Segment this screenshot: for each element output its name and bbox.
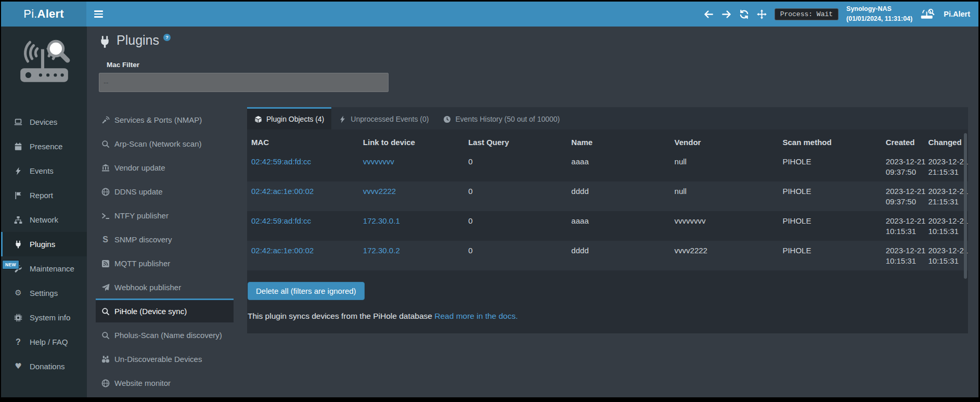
created-cell: 2023-12-2109:37:50 <box>882 152 924 181</box>
plugin-nav-item-vendor-update[interactable]: Vendor update <box>96 155 234 179</box>
plugin-nav-item-ddns[interactable]: DDNS update <box>96 179 234 203</box>
sidebar-item-events[interactable]: Events <box>1 159 87 183</box>
binoculars-icon <box>101 355 110 364</box>
col-header-created: Created <box>882 129 924 152</box>
scan-method-cell: PIHOLE <box>778 181 881 211</box>
plugin-nav-item-website-monitor[interactable]: Website monitor <box>96 370 234 394</box>
back-arrow-icon[interactable] <box>704 9 714 19</box>
plugin-nav-item-mqtt[interactable]: MQTT publisher <box>96 251 234 275</box>
vendor-cell: vvvv2222 <box>670 241 779 270</box>
sidebar-item-system-info[interactable]: System info <box>1 305 87 330</box>
search-icon <box>101 139 110 148</box>
read-more-link[interactable]: Read more in the docs. <box>434 312 518 320</box>
device-link[interactable]: vvvv2222 <box>363 187 396 196</box>
app-screen: Pi.Alert Process: Wait Synology-NAS (01/… <box>1 2 978 397</box>
plugin-description: This plugin syncs devices from the PiHol… <box>248 312 968 333</box>
device-link[interactable]: 172.30.0.2 <box>363 246 400 255</box>
refresh-icon[interactable] <box>739 9 749 19</box>
help-badge-icon[interactable]: ? <box>163 34 171 41</box>
brand-suffix: Alert <box>37 7 64 21</box>
top-navbar: Pi.Alert Process: Wait Synology-NAS (01/… <box>1 2 978 27</box>
router-icon <box>920 8 936 20</box>
scan-method-cell: PIHOLE <box>778 211 881 241</box>
page-header: Plugins ? <box>98 33 171 48</box>
col-header-last-query: Last Query <box>464 129 567 152</box>
new-feature-badge: NEW <box>2 260 19 269</box>
plugin-nav-item-pihole[interactable]: PiHole (Device sync) <box>96 299 234 322</box>
sidebar-item-devices[interactable]: Devices <box>1 110 87 134</box>
plugin-nav-item-undiscoverable[interactable]: Un-Discoverable Devices <box>96 346 234 370</box>
mac-link[interactable]: 02:42:59:ad:fd:cc <box>251 157 311 166</box>
gear-icon: ⚙ <box>14 289 23 297</box>
move-icon[interactable] <box>757 9 767 19</box>
brand-prefix: Pi. <box>23 7 37 21</box>
calendar-icon <box>14 142 23 151</box>
col-header-vendor: Vendor <box>670 129 779 152</box>
created-cell: 2023-12-2110:15:31 <box>882 241 924 270</box>
sidebar-item-plugins[interactable]: Plugins <box>1 232 87 256</box>
search-icon <box>101 307 110 316</box>
sidebar-item-donations[interactable]: ♥ Donations <box>1 354 87 379</box>
plugin-nav-list: Services & Ports (NMAP) Arp-Scan (Networ… <box>96 107 234 394</box>
question-icon: ? <box>14 338 23 346</box>
sidebar-item-presence[interactable]: Presence <box>1 134 87 159</box>
topbar-right-cluster: Process: Wait Synology-NAS (01/01/2024, … <box>704 2 978 27</box>
device-link[interactable]: 172.30.0.1 <box>363 216 400 225</box>
globe-icon <box>101 187 110 196</box>
plugin-nav-item-ntfy[interactable]: NTFY publisher <box>96 203 234 227</box>
app-name-label: Pi.Alert <box>944 10 970 18</box>
changed-cell: 2023-12-2110:15:31 <box>924 241 968 270</box>
process-status-badge: Process: Wait <box>775 8 839 20</box>
scrollbar-thumb[interactable] <box>964 133 967 279</box>
mac-filter-input[interactable] <box>99 73 389 92</box>
mac-link[interactable]: 02:42:ac:1e:00:02 <box>251 187 314 196</box>
sidebar-item-settings[interactable]: ⚙ Settings <box>1 281 87 305</box>
last-query-cell: 0 <box>464 241 567 270</box>
device-link[interactable]: vvvvvvvv <box>363 157 394 166</box>
sidebar-toggle-button[interactable] <box>86 2 110 27</box>
pialert-router-logo <box>15 37 73 89</box>
paper-plane-icon <box>101 283 110 292</box>
col-header-changed: Changed <box>924 129 968 152</box>
forward-arrow-icon[interactable] <box>721 9 731 19</box>
tab-unprocessed-events[interactable]: Unprocessed Events (0) <box>331 107 436 129</box>
sidebar-item-report[interactable]: Report <box>1 183 87 208</box>
mac-link[interactable]: 02:42:ac:1e:00:02 <box>251 246 314 255</box>
last-query-cell: 0 <box>464 181 567 211</box>
name-cell: aaaa <box>567 211 670 241</box>
bolt-icon <box>339 115 346 123</box>
table-row: 02:42:ac:1e:00:02 vvvv2222 0 dddd null P… <box>247 181 968 211</box>
satellite-dish-icon <box>101 115 110 124</box>
mac-link[interactable]: 02:42:59:ad:fd:cc <box>251 216 311 225</box>
col-header-link: Link to device <box>359 129 464 152</box>
name-cell: dddd <box>567 181 670 211</box>
sitemap-icon <box>14 216 23 224</box>
flag-icon <box>14 191 23 200</box>
tab-plugin-objects[interactable]: Plugin Objects (4) <box>247 107 331 129</box>
sidebar-item-network[interactable]: Network <box>1 208 87 232</box>
main-content: Plugins ? Mac Filter Services & Ports (N… <box>87 27 978 397</box>
plugin-nav-item-webhook[interactable]: Webhook publisher <box>96 275 234 299</box>
name-cell: aaaa <box>567 152 670 181</box>
sidebar-item-help-faq[interactable]: ? Help / FAQ <box>1 330 87 354</box>
bolt-icon <box>14 167 23 175</box>
delete-all-button[interactable]: Delete all (filters are ignored) <box>248 282 365 300</box>
clock-icon <box>443 115 451 123</box>
plugin-detail-panel: Plugin Objects (4) Unprocessed Events (0… <box>247 107 968 333</box>
plugin-nav-item-snmp[interactable]: S SNMP discovery <box>96 227 234 251</box>
s-icon: S <box>101 235 110 244</box>
changed-cell: 2023-12-2121:15:31 <box>924 152 968 181</box>
plugin-nav-item-pholus[interactable]: Pholus-Scan (Name discovery) <box>96 322 234 346</box>
created-cell: 2023-12-2110:15:31 <box>882 211 924 241</box>
bank-icon <box>101 163 110 172</box>
table-row: 02:42:59:ad:fd:cc 172.30.0.1 0 aaaa vvvv… <box>247 211 968 241</box>
plugin-nav-item-arpscan[interactable]: Arp-Scan (Network scan) <box>96 131 234 155</box>
device-info: Synology-NAS (01/01/2024, 11:31:04) <box>846 4 912 24</box>
changed-cell: 2023-12-2121:15:31 <box>924 181 968 211</box>
changed-cell: 2023-12-2110:15:31 <box>924 211 968 241</box>
sidebar: Devices Presence Events Report Network P… <box>1 27 87 397</box>
tab-events-history[interactable]: Events History (50 out of 10000) <box>436 107 567 129</box>
brand-logo[interactable]: Pi.Alert <box>1 2 86 27</box>
search-icon <box>101 331 110 340</box>
plugin-nav-item-nmap[interactable]: Services & Ports (NMAP) <box>96 107 234 131</box>
